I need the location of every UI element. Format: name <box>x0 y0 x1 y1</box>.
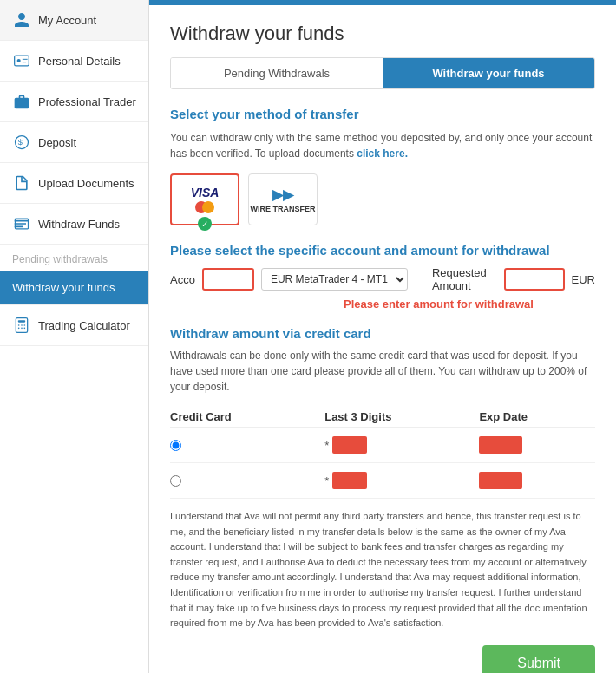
radio-col-1 <box>170 440 324 451</box>
credit-card-table: Credit Card Last 3 Digits Exp Date * <box>170 407 595 499</box>
sidebar-item-trading-calculator[interactable]: Trading Calculator <box>0 305 148 346</box>
sidebar-item-professional-trader[interactable]: Professional Trader <box>0 82 148 122</box>
sidebar-item-label: Deposit <box>38 136 76 149</box>
cc-radio-1[interactable] <box>170 440 181 451</box>
svg-rect-0 <box>15 56 29 66</box>
svg-point-10 <box>21 324 23 326</box>
account-input[interactable] <box>202 268 254 291</box>
selected-checkmark: ✓ <box>198 217 212 231</box>
table-row: * <box>170 428 595 463</box>
submit-button[interactable]: Submit <box>482 645 595 673</box>
person-icon <box>12 10 31 29</box>
exp-box-1 <box>479 436 522 454</box>
sidebar-item-label: Professional Trader <box>38 95 136 108</box>
asterisk-2: * <box>324 474 329 487</box>
docs-icon <box>12 173 31 193</box>
sidebar-item-label: Upload Documents <box>38 177 134 190</box>
asterisk-1: * <box>324 439 329 452</box>
amount-input[interactable] <box>504 268 565 291</box>
svg-point-14 <box>24 328 26 330</box>
tab-bar: Pending Withdrawals Withdraw your funds <box>170 57 595 89</box>
page-title: Withdraw your funds <box>170 23 595 45</box>
click-here-link[interactable]: click here. <box>357 147 408 160</box>
svg-text:$: $ <box>18 138 23 147</box>
id-icon <box>12 51 31 70</box>
sidebar-item-active-withdraw[interactable]: Withdraw your funds <box>0 271 148 305</box>
deposit-icon: $ <box>12 133 31 152</box>
wire-icon: ▶▶ <box>272 186 293 203</box>
payment-methods: VISA ✓ ▶▶ WIRE TRANSFER <box>170 173 595 225</box>
wire-label: WIRE TRANSFER <box>251 205 316 213</box>
main-content: Withdraw your funds Pending Withdrawals … <box>149 0 616 673</box>
sidebar-item-label: Personal Details <box>38 55 121 68</box>
exp-col-2 <box>479 472 595 489</box>
eur-currency-label: EUR <box>572 273 595 286</box>
method-description: You can withdraw only with the same meth… <box>170 130 595 161</box>
sidebar-item-label: My Account <box>38 14 96 27</box>
digits-col-2: * <box>324 472 479 489</box>
account-section-title: Please select the specific account and a… <box>170 243 595 258</box>
sidebar-item-personal-details[interactable]: Personal Details <box>0 41 148 82</box>
cc-radio-2[interactable] <box>170 475 181 487</box>
sidebar-item-label: Withdraw Funds <box>38 218 120 231</box>
digits-box-1 <box>332 436 367 454</box>
exp-box-2 <box>479 472 522 489</box>
cc-table-header: Credit Card Last 3 Digits Exp Date <box>170 407 595 428</box>
payment-card-wire[interactable]: ▶▶ WIRE TRANSFER <box>248 173 318 225</box>
col-header-exp: Exp Date <box>479 410 595 423</box>
visa-logo: VISA <box>191 186 220 199</box>
cc-description: Withdrawals can be done only with the sa… <box>170 348 595 395</box>
svg-point-11 <box>24 324 26 326</box>
briefcase-icon <box>12 92 31 111</box>
svg-point-12 <box>18 328 20 330</box>
amount-error-text: Please enter amount for withdrawal <box>344 297 595 310</box>
table-row: * <box>170 463 595 499</box>
svg-point-9 <box>18 324 20 326</box>
sidebar: My Account Personal Details Professional… <box>0 0 149 673</box>
select-method-title: Select your method of transfer <box>170 107 595 121</box>
col-header-digits: Last 3 Digits <box>324 410 479 423</box>
digits-box-2 <box>332 472 367 489</box>
requested-amount-label: Requested Amount <box>432 266 497 292</box>
sidebar-item-deposit[interactable]: $ Deposit <box>0 122 148 163</box>
account-label: Acco <box>170 273 195 286</box>
exp-col-1 <box>479 436 595 454</box>
svg-point-13 <box>21 328 23 330</box>
account-row: Acco EUR MetaTrader 4 - MT1 Requested Am… <box>170 266 595 292</box>
disclaimer-text: I understand that Ava will not permit an… <box>170 509 595 631</box>
sidebar-item-withdraw-funds[interactable]: Withdraw Funds <box>0 204 148 245</box>
active-item-label: Withdraw your funds <box>12 281 115 294</box>
mc-orange-circle <box>202 201 214 213</box>
svg-rect-8 <box>18 320 25 323</box>
mastercard-logo <box>195 201 214 213</box>
tab-withdraw-your-funds[interactable]: Withdraw your funds <box>383 58 594 88</box>
col-header-card: Credit Card <box>170 410 324 423</box>
withdraw-icon <box>12 214 31 233</box>
svg-point-1 <box>17 59 21 62</box>
sidebar-item-my-account[interactable]: My Account <box>0 0 148 41</box>
digits-col-1: * <box>324 436 479 454</box>
cc-section-title: Withdraw amount via credit card <box>170 326 595 341</box>
payment-card-visa[interactable]: VISA ✓ <box>170 173 239 225</box>
pending-withdrawals-label: Pending withdrawals <box>0 245 148 271</box>
sidebar-item-upload-documents[interactable]: Upload Documents <box>0 163 148 204</box>
calculator-icon <box>12 316 31 335</box>
radio-col-2 <box>170 475 324 487</box>
account-select[interactable]: EUR MetaTrader 4 - MT1 <box>261 268 408 291</box>
tab-pending-withdrawals[interactable]: Pending Withdrawals <box>171 58 383 88</box>
sidebar-item-label: Trading Calculator <box>38 319 130 332</box>
